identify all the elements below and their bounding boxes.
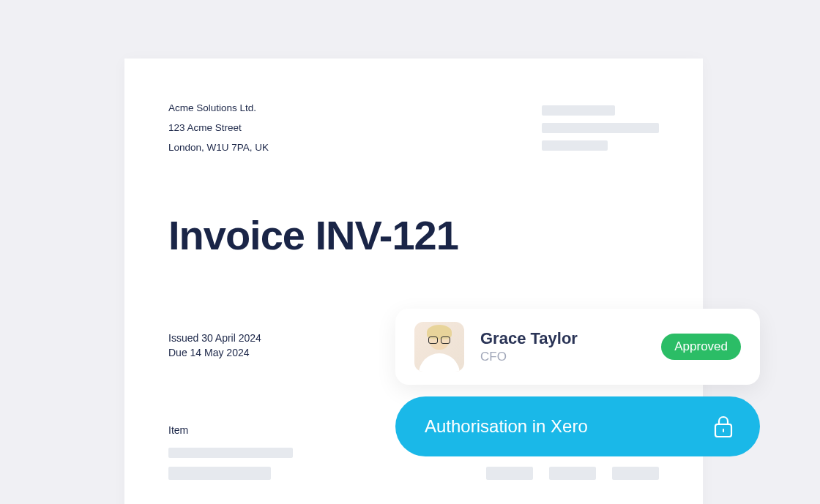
placeholder-bar <box>486 467 533 480</box>
company-city: London, W1U 7PA, UK <box>168 142 269 153</box>
placeholder-bar <box>168 467 271 480</box>
invoice-title: Invoice INV-121 <box>168 211 659 259</box>
authorisation-button[interactable]: Authorisation in Xero <box>395 396 760 456</box>
approver-info: Grace Taylor CFO <box>480 329 661 364</box>
approver-name: Grace Taylor <box>480 329 661 348</box>
placeholder-bar <box>542 140 608 151</box>
item-row <box>168 467 659 480</box>
avatar <box>414 322 464 372</box>
placeholder-bar <box>542 105 615 116</box>
company-info: Acme Solutions Ltd. 123 Acme Street Lond… <box>168 102 269 153</box>
placeholder-bar <box>542 123 659 133</box>
authorisation-label: Authorisation in Xero <box>425 416 588 437</box>
recipient-placeholder <box>542 105 659 153</box>
status-badge: Approved <box>661 334 741 360</box>
lock-icon <box>713 415 734 438</box>
approver-role: CFO <box>480 350 661 364</box>
svg-rect-1 <box>723 429 724 432</box>
company-name: Acme Solutions Ltd. <box>168 102 269 113</box>
placeholder-bar <box>168 448 293 458</box>
placeholder-bar <box>612 467 659 480</box>
placeholder-bar <box>549 467 596 480</box>
invoice-header: Acme Solutions Ltd. 123 Acme Street Lond… <box>168 102 659 153</box>
company-street: 123 Acme Street <box>168 122 269 133</box>
approval-card: Grace Taylor CFO Approved <box>395 309 760 385</box>
